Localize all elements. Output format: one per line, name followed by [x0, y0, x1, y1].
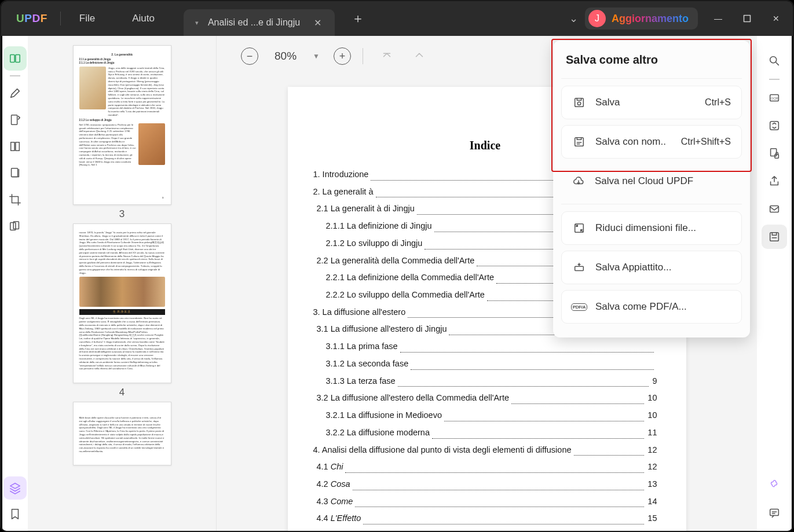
save-icon	[572, 96, 586, 109]
toc-row[interactable]: 3.1.1 La prima fase	[313, 338, 657, 355]
thumbnail-page-4[interactable]: nuovo: 1870, la parola "Jingju" fu usata…	[73, 223, 171, 383]
tool-edit[interactable]	[3, 108, 27, 132]
tool-organize[interactable]	[3, 134, 27, 159]
toc-row[interactable]: 4. Analisi della diffusione dal punto di…	[313, 442, 657, 459]
menu-file[interactable]: File	[61, 13, 114, 24]
svg-rect-22	[575, 266, 584, 270]
divider	[10, 75, 20, 76]
svg-rect-2	[16, 55, 20, 63]
page-number-3: 3	[119, 208, 125, 220]
toc-row[interactable]: 3.1.2 La seconda fase	[313, 355, 657, 373]
zoom-in-button[interactable]: +	[334, 47, 351, 65]
popup-save-label: Salva	[595, 97, 696, 108]
popup-flatten-label: Salva Appiattito...	[595, 262, 731, 273]
save-menu-icon[interactable]	[762, 225, 787, 249]
divider	[561, 78, 742, 79]
tool-crop[interactable]	[3, 188, 27, 212]
popup-flatten[interactable]: Salva Appiattito...	[561, 251, 742, 284]
window-maximize-icon[interactable]	[733, 7, 762, 30]
document-tab[interactable]: ▾ Analisi ed ...e di Jingju ✕	[184, 9, 335, 36]
convert-icon[interactable]	[762, 113, 787, 138]
zoom-dropdown-icon[interactable]: ▼	[313, 52, 320, 60]
protect-icon[interactable]	[762, 141, 787, 166]
first-page-icon[interactable]	[375, 49, 399, 64]
page-number-4: 4	[119, 387, 125, 398]
toc-row[interactable]: 3.2.1 La diffusione in Medioevo 10	[313, 407, 657, 424]
toc-row[interactable]: 3.2 La diffusione all'estero della Comme…	[313, 390, 657, 407]
popup-save-shortcut: Ctrl+S	[705, 97, 731, 108]
popup-cloud-label: Salva nel Cloud UPDF	[595, 175, 731, 187]
left-sidebar	[2, 36, 28, 532]
close-tab-icon[interactable]: ✕	[309, 14, 325, 31]
pdfa-icon: PDF/A	[572, 300, 586, 314]
svg-rect-6	[12, 168, 18, 177]
save-as-other-popup: Salva come altro Salva Ctrl+S Salva con …	[553, 41, 750, 337]
tool-compare[interactable]	[3, 214, 27, 239]
svg-rect-0	[744, 16, 751, 22]
popup-title: Salva come altro	[553, 41, 750, 78]
toc-row[interactable]: 4.2 Cosa 13	[313, 476, 657, 493]
titlebar: UPDF File Aiuto ▾ Analisi ed ...e di Jin…	[1, 1, 793, 36]
cloud-icon	[572, 174, 586, 188]
workspace: 2. La generalità 2.1 La generalità di Ji…	[2, 36, 792, 532]
toc-row[interactable]: 3.1.3 La terza fase 9	[313, 373, 657, 390]
popup-reduce-label: Riduci dimensioni file...	[595, 222, 731, 234]
window-close-icon[interactable]: ✕	[762, 7, 791, 30]
popup-save-as[interactable]: Salva con nom.. Ctrl+Shift+S	[561, 125, 742, 159]
toc-row[interactable]: 4.1 Chi 12	[313, 458, 657, 476]
svg-rect-13	[771, 149, 777, 156]
zoom-out-button[interactable]: −	[241, 47, 258, 65]
svg-rect-17	[770, 509, 779, 516]
new-tab-button[interactable]: ＋	[346, 7, 369, 30]
tabs-overflow-icon[interactable]: ⌄	[562, 12, 585, 25]
popup-save-as-shortcut: Ctrl+Shift+S	[681, 137, 731, 147]
tool-comment[interactable]	[3, 81, 27, 105]
ocr-icon[interactable]: OCR	[762, 86, 787, 110]
save-as-icon	[572, 135, 586, 149]
zoom-level[interactable]: 80%	[266, 50, 305, 63]
share-icon[interactable]	[762, 169, 787, 193]
window-minimize-icon[interactable]: —	[704, 7, 733, 30]
menu-help[interactable]: Aiuto	[114, 13, 173, 24]
divider	[363, 48, 363, 64]
svg-point-19	[577, 102, 581, 105]
reduce-icon	[572, 221, 586, 235]
svg-rect-5	[16, 142, 19, 151]
popup-pdfa[interactable]: PDF/A Salva come PDF/A...	[561, 290, 742, 324]
ai-assistant-icon[interactable]	[763, 473, 786, 496]
divider	[561, 204, 742, 204]
toc-row[interactable]: 5. I problemi principali nella diffusion…	[313, 527, 657, 532]
svg-rect-4	[11, 142, 14, 151]
flatten-icon	[572, 261, 586, 274]
popup-save-as-label: Salva con nom..	[595, 136, 672, 148]
svg-rect-15	[770, 206, 779, 212]
thumbnail-page-3[interactable]: 2. La generalità 2.1 La generalità di Ji…	[73, 45, 171, 205]
search-icon[interactable]	[762, 49, 787, 73]
thumbnails-panel[interactable]: 2. La generalità 2.1 La generalità di Ji…	[28, 36, 217, 532]
upgrade-button[interactable]: J Aggiornamento	[585, 8, 698, 30]
toc-row[interactable]: 3.2.2 La diffusione moderna 11	[313, 424, 657, 442]
svg-point-9	[770, 57, 777, 63]
tool-reader[interactable]	[3, 46, 27, 71]
svg-rect-16	[770, 233, 779, 241]
prev-page-icon[interactable]	[407, 49, 431, 64]
divider	[769, 79, 780, 80]
popup-pdfa-label: Salva come PDF/A...	[595, 301, 731, 313]
email-icon[interactable]	[762, 197, 787, 221]
tab-title: Analisi ed ...e di Jingju	[203, 17, 305, 28]
app-logo: UPDF	[3, 12, 60, 25]
thumbnail-page-5[interactable]: Molti brani delle opere classiche sono f…	[73, 402, 171, 465]
bookmark-button[interactable]	[3, 502, 27, 526]
popup-save-cloud[interactable]: Salva nel Cloud UPDF	[561, 164, 742, 198]
right-sidebar: OCR	[757, 36, 792, 532]
tool-page[interactable]	[3, 161, 27, 185]
svg-text:OCR: OCR	[771, 97, 778, 100]
layers-button[interactable]	[3, 476, 27, 500]
toc-row[interactable]: 4.4 L'Effetto 15	[313, 510, 657, 527]
comments-icon[interactable]	[762, 501, 787, 525]
svg-rect-3	[12, 115, 17, 125]
chevron-down-icon: ▾	[195, 19, 199, 27]
popup-save[interactable]: Salva Ctrl+S	[561, 86, 742, 119]
toc-row[interactable]: 4.3 Come 14	[313, 493, 657, 511]
popup-reduce[interactable]: Riduci dimensioni file...	[561, 211, 742, 245]
